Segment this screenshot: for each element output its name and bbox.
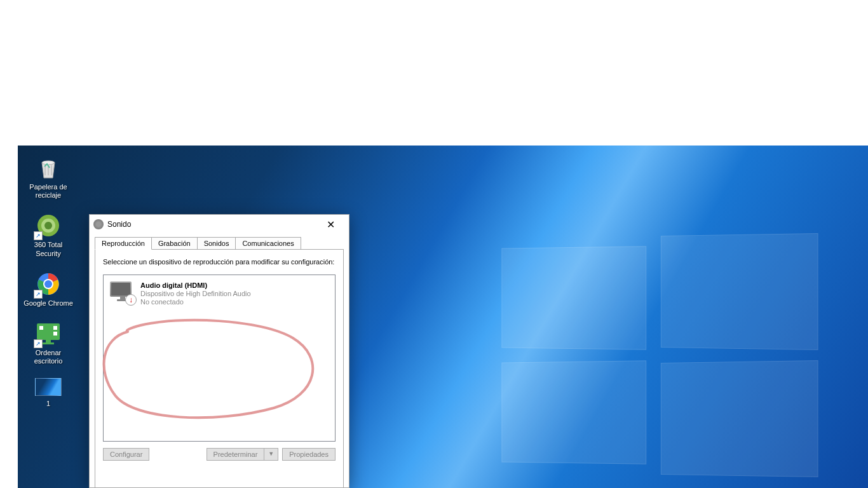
svg-rect-10 [53, 332, 57, 336]
chevron-down-icon[interactable]: ▼ [264, 449, 278, 460]
svg-point-0 [42, 161, 55, 165]
device-list[interactable]: ↓ Audio digital (HDMI) Dispositivo de Hi… [103, 274, 336, 442]
close-button[interactable]: ✕ [316, 215, 345, 233]
screenshot-thumbnail-icon [35, 378, 62, 396]
down-arrow-icon: ↓ [129, 295, 133, 304]
svg-rect-8 [39, 326, 43, 330]
configure-button[interactable]: Configurar [103, 448, 149, 461]
tab-reproduccion[interactable]: Reproducción [95, 237, 152, 250]
desktop-icon-ordenar[interactable]: ↗ Ordenar escritorio [23, 320, 74, 365]
recyclebin-icon [36, 155, 61, 180]
desktop-icon-label: 1 [46, 400, 50, 408]
disconnected-badge-icon: ↓ [125, 294, 137, 306]
svg-point-6 [44, 280, 52, 288]
desktop-wallpaper: Papelera de reciclaje ↗ 360 Total Securi… [18, 146, 868, 488]
svg-rect-11 [46, 340, 51, 342]
shortcut-badge-icon: ↗ [34, 231, 43, 240]
shortcut-badge-icon: ↗ [34, 339, 43, 348]
tab-comunicaciones[interactable]: Comunicaciones [235, 237, 301, 250]
desktop-icon-label: Google Chrome [24, 299, 73, 308]
desktop-icon-thumbnail[interactable]: 1 [23, 378, 74, 408]
svg-point-3 [44, 222, 52, 229]
set-default-button[interactable]: Predeterminar ▼ [207, 448, 279, 461]
device-description: Dispositivo de High Definition Audio [140, 290, 329, 297]
tabs-row: Reproducción Grabación Sonidos Comunicac… [95, 237, 344, 250]
sound-icon [93, 219, 104, 229]
close-icon: ✕ [327, 219, 335, 231]
shortcut-badge-icon: ↗ [34, 290, 43, 299]
titlebar[interactable]: Sonido ✕ [90, 215, 349, 234]
svg-rect-12 [43, 342, 54, 344]
desktop-icon-chrome[interactable]: ↗ Google Chrome [23, 271, 74, 308]
device-status: No conectado [140, 298, 329, 306]
device-item[interactable]: ↓ Audio digital (HDMI) Dispositivo de Hi… [106, 278, 332, 309]
desktop-icon-label: 360 Total Security [23, 241, 74, 257]
window-title: Sonido [107, 220, 316, 229]
desktop-icon-recyclebin[interactable]: Papelera de reciclaje [23, 154, 74, 200]
desktop-icon-360security[interactable]: ↗ 360 Total Security [23, 212, 74, 257]
desktop-icon-label: Papelera de reciclaje [23, 183, 74, 200]
properties-button[interactable]: Propiedades [282, 448, 336, 461]
desktop-icon-label: Ordenar escritorio [23, 349, 74, 365]
tab-content: Seleccione un dispositivo de reproducció… [95, 249, 344, 488]
device-name: Audio digital (HDMI) [140, 281, 329, 289]
tab-grabacion[interactable]: Grabación [151, 237, 198, 250]
windows-logo [499, 234, 817, 476]
instruction-text: Seleccione un dispositivo de reproducció… [103, 257, 336, 267]
monitor-icon: ↓ [110, 281, 135, 304]
sound-dialog-window: Sonido ✕ Reproducción Grabación Sonidos … [89, 214, 349, 488]
svg-rect-9 [53, 326, 57, 330]
tab-sonidos[interactable]: Sonidos [197, 237, 236, 250]
